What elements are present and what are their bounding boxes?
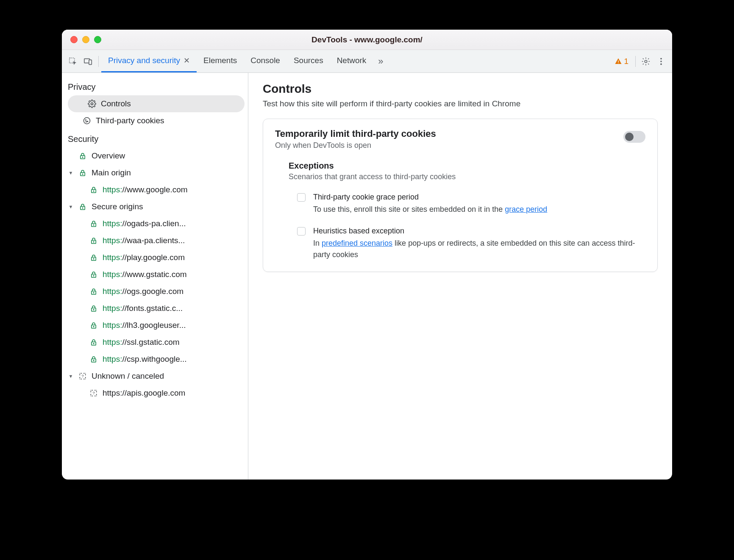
svg-point-39: [93, 360, 94, 361]
tab-label: Sources: [294, 56, 323, 65]
sidebar-item-label: Controls: [101, 99, 131, 108]
grace-period-checkbox[interactable]: [297, 193, 306, 202]
question-icon: ?: [88, 389, 99, 397]
limit-cookies-card: Temporarily limit third-party cookies On…: [263, 119, 658, 272]
tab-label: Privacy and security: [108, 56, 180, 65]
sidebar-item[interactable]: Overview: [62, 147, 248, 164]
sidebar-section-header: Privacy: [62, 77, 248, 95]
svg-point-7: [660, 61, 662, 62]
toolbar: Privacy and security ✕ Elements Console …: [62, 50, 672, 73]
sidebar-item[interactable]: https://www.google.com: [62, 181, 248, 198]
warning-count: 1: [624, 57, 628, 66]
lock-icon: [88, 338, 99, 346]
sidebar-item-label: Main origin: [92, 168, 131, 177]
sidebar-item-label: https://www.google.com: [103, 185, 188, 194]
svg-point-15: [82, 157, 83, 158]
more-menu-icon[interactable]: [653, 54, 669, 69]
devtools-window: DevTools - www.google.com/ Privacy and s…: [62, 30, 672, 480]
svg-point-5: [645, 60, 647, 63]
tab-elements[interactable]: Elements: [197, 50, 244, 72]
exception-desc-pre: In: [313, 239, 322, 247]
lock-icon: [88, 220, 99, 227]
sidebar-item[interactable]: ▼?Unknown / canceled: [62, 368, 248, 385]
close-tab-icon[interactable]: ✕: [184, 56, 190, 65]
divider: [635, 56, 636, 67]
lock-icon: [88, 305, 99, 312]
sidebar-item[interactable]: https://ssl.gstatic.com: [62, 334, 248, 351]
sidebar-item-label: https://play.google.com: [103, 253, 185, 262]
sidebar-item[interactable]: https://www.gstatic.com: [62, 266, 248, 283]
sidebar-item[interactable]: ▼Secure origins: [62, 198, 248, 215]
gear-icon: [86, 100, 97, 108]
content-pane: Controls Test how this site will perform…: [248, 73, 672, 480]
svg-point-8: [660, 63, 662, 65]
divider: [98, 56, 99, 67]
zoom-window-button[interactable]: [94, 36, 101, 43]
svg-text:?: ?: [81, 374, 83, 378]
sidebar-item-label: https://csp.withgoogle...: [103, 355, 187, 364]
tab-console[interactable]: Console: [244, 50, 287, 72]
svg-point-11: [86, 120, 86, 121]
limit-cookies-toggle[interactable]: [623, 131, 645, 143]
heuristics-checkbox[interactable]: [297, 227, 306, 236]
sidebar-item-label: https://fonts.gstatic.c...: [103, 304, 183, 313]
tab-label: Console: [250, 56, 280, 65]
sidebar-item[interactable]: Third-party cookies: [62, 112, 248, 129]
device-toolbar-icon[interactable]: [81, 54, 96, 69]
svg-point-21: [82, 208, 83, 208]
lock-icon: [77, 152, 88, 160]
lock-icon: [88, 186, 99, 194]
grace-period-link[interactable]: grace period: [505, 205, 547, 213]
exception-title: Heuristics based exception: [313, 225, 645, 237]
exceptions-subtitle: Scenarios that grant access to third-par…: [289, 172, 645, 181]
svg-point-31: [93, 292, 94, 293]
tab-sources[interactable]: Sources: [287, 50, 330, 72]
sidebar-item[interactable]: https://play.google.com: [62, 249, 248, 266]
settings-icon[interactable]: [638, 54, 653, 69]
sidebar-item[interactable]: ▼Main origin: [62, 164, 248, 181]
minimize-window-button[interactable]: [82, 36, 89, 43]
lock-icon: [77, 203, 88, 211]
svg-rect-3: [618, 60, 619, 62]
card-subtitle: Only when DevTools is open: [275, 141, 623, 150]
predefined-scenarios-link[interactable]: predefined scenarios: [322, 239, 392, 247]
tab-network[interactable]: Network: [330, 50, 373, 72]
exceptions-title: Exceptions: [289, 161, 645, 171]
sidebar-item[interactable]: Controls: [68, 95, 245, 112]
svg-point-9: [91, 103, 93, 105]
sidebar-item[interactable]: ?https://apis.google.com: [62, 385, 248, 402]
svg-point-23: [93, 225, 94, 225]
inspect-element-icon[interactable]: [65, 54, 81, 69]
sidebar-item-label: https://ogs.google.com: [103, 287, 184, 296]
sidebar-item[interactable]: https://csp.withgoogle...: [62, 351, 248, 368]
sidebar-section-header: Security: [62, 129, 248, 147]
svg-point-6: [660, 58, 662, 59]
sidebar-item[interactable]: https://ogads-pa.clien...: [62, 215, 248, 232]
svg-point-33: [93, 309, 94, 310]
sidebar-item-label: https://ogads-pa.clien...: [103, 219, 186, 228]
lock-icon: [88, 322, 99, 329]
issues-warning-badge[interactable]: 1: [610, 57, 633, 66]
more-tabs-icon[interactable]: »: [373, 54, 388, 69]
close-window-button[interactable]: [70, 36, 78, 43]
panel-body: PrivacyControlsThird-party cookiesSecuri…: [62, 73, 672, 480]
sidebar-item[interactable]: https://lh3.googleuser...: [62, 317, 248, 334]
exception-item-heuristics: Heuristics based exception In predefined…: [289, 225, 645, 261]
sidebar-item-label: https://www.gstatic.com: [103, 270, 187, 279]
question-icon: ?: [77, 372, 88, 380]
exception-title: Third-party cookie grace period: [313, 191, 547, 203]
svg-point-17: [82, 174, 83, 175]
svg-point-25: [93, 241, 94, 242]
sidebar-item[interactable]: https://ogs.google.com: [62, 283, 248, 300]
tab-privacy-security[interactable]: Privacy and security ✕: [101, 50, 197, 72]
sidebar-item[interactable]: https://fonts.gstatic.c...: [62, 300, 248, 317]
svg-point-27: [93, 258, 94, 259]
sidebar-item-label: https://lh3.googleuser...: [103, 321, 186, 330]
window-title: DevTools - www.google.com/: [62, 35, 672, 44]
tab-label: Network: [337, 56, 367, 65]
sidebar-item[interactable]: https://waa-pa.clients...: [62, 232, 248, 249]
tab-label: Elements: [203, 56, 237, 65]
twisty-icon: ▼: [68, 374, 74, 379]
svg-text:?: ?: [92, 391, 95, 395]
twisty-icon: ▼: [68, 204, 74, 209]
